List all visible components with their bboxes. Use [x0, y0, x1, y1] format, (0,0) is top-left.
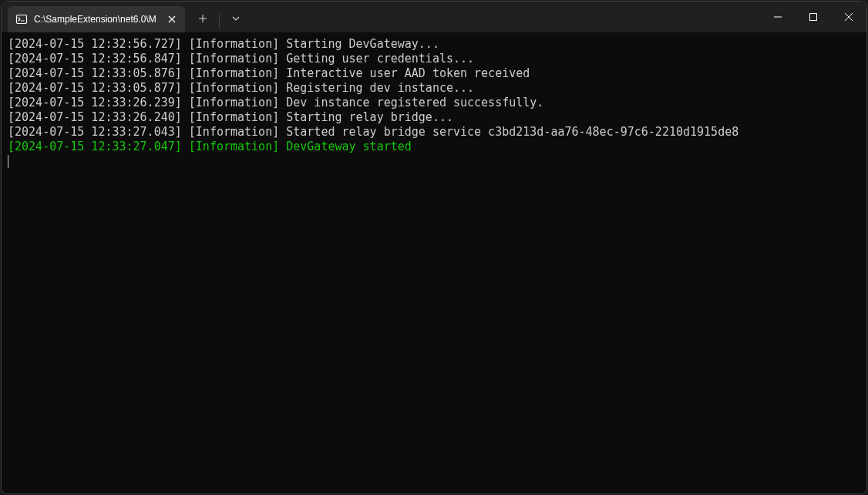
- new-tab-button[interactable]: [190, 5, 216, 32]
- tab-active[interactable]: C:\SampleExtension\net6.0\M: [8, 6, 185, 32]
- window-controls: [760, 2, 866, 32]
- svg-rect-3: [810, 14, 817, 21]
- log-line: [2024-07-15 12:32:56.847] [Information] …: [8, 52, 860, 66]
- tab-close-button[interactable]: [165, 12, 179, 26]
- log-line: [2024-07-15 12:33:26.240] [Information] …: [8, 110, 860, 125]
- log-line: [2024-07-15 12:32:56.727] [Information] …: [8, 37, 860, 52]
- cursor: [8, 155, 8, 168]
- tab-title: C:\SampleExtension\net6.0\M: [34, 14, 159, 25]
- log-line: [2024-07-15 12:33:05.877] [Information] …: [8, 81, 860, 96]
- titlebar: C:\SampleExtension\net6.0\M: [2, 2, 866, 32]
- terminal-icon: [15, 13, 28, 25]
- log-line: [2024-07-15 12:33:26.239] [Information] …: [8, 96, 860, 110]
- maximize-button[interactable]: [796, 2, 831, 32]
- terminal-window: C:\SampleExtension\net6.0\M: [2, 2, 866, 493]
- divider: [219, 13, 220, 29]
- minimize-button[interactable]: [760, 2, 796, 32]
- log-line: [2024-07-15 12:33:27.047] [Information] …: [8, 140, 860, 154]
- log-line: [2024-07-15 12:33:27.043] [Information] …: [8, 125, 860, 140]
- terminal-output[interactable]: [2024-07-15 12:32:56.727] [Information] …: [2, 32, 866, 493]
- close-button[interactable]: [831, 2, 866, 32]
- tab-dropdown-button[interactable]: [223, 5, 249, 32]
- titlebar-drag-area[interactable]: [249, 2, 760, 32]
- tab-actions: [190, 2, 249, 32]
- svg-rect-0: [17, 15, 27, 24]
- log-line: [2024-07-15 12:33:05.876] [Information] …: [8, 66, 860, 81]
